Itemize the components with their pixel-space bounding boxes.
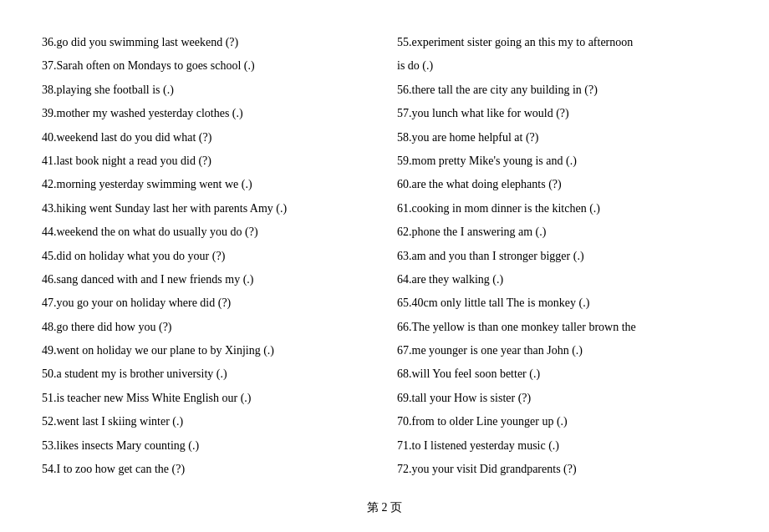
left-column: 36.go did you swimming last weekend (?)3… [42, 33, 389, 484]
right-column: 55.experiment sister going an this my to… [389, 33, 727, 484]
page-footer: 第 2 页 [42, 500, 727, 515]
right-line-18: 71.to I listened yesterday music (.) [397, 437, 727, 455]
left-line-14: 49.went on holiday we our plane to by Xi… [42, 342, 372, 360]
left-line-4: 39.mother my washed yesterday clothes (.… [42, 104, 372, 123]
right-line-12: 65.40cm only little tall The is monkey (… [397, 294, 727, 312]
left-line-13: 48.go there did how you (?) [42, 318, 372, 337]
left-line-5: 40.weekend last do you did what (?) [42, 129, 372, 147]
left-line-10: 45.did on holiday what you do your (?) [42, 247, 372, 266]
right-line-14: 67.me younger is one year than John (.) [397, 342, 727, 360]
left-line-2: 37.Sarah often on Mondays to goes school… [42, 57, 372, 75]
right-line-6: 59.mom pretty Mike's young is and (.) [397, 152, 727, 170]
left-line-1: 36.go did you swimming last weekend (?) [42, 33, 372, 52]
right-line-5: 58.you are home helpful at (?) [397, 129, 727, 147]
right-line-7: 60.are the what doing elephants (?) [397, 175, 727, 194]
left-line-12: 47.you go your on holiday where did (?) [42, 294, 372, 312]
right-line-3: 56.there tall the are city any building … [397, 81, 727, 99]
left-line-6: 41.last book night a read you did (?) [42, 152, 372, 170]
right-line-1: 55.experiment sister going an this my to… [397, 33, 727, 52]
right-line-8: 61.cooking in mom dinner is the kitchen … [397, 200, 727, 218]
right-line-4: 57.you lunch what like for would (?) [397, 104, 727, 123]
right-line-10: 63.am and you than I stronger bigger (.) [397, 247, 727, 266]
right-line-15: 68.will You feel soon better (.) [397, 365, 727, 383]
right-line-17: 70.from to older Line younger up (.) [397, 413, 727, 431]
right-line-19: 72.you your visit Did grandparents (?) [397, 460, 727, 479]
left-line-17: 52.went last I skiing winter (.) [42, 413, 372, 431]
right-line-9: 62.phone the I answering am (.) [397, 223, 727, 241]
left-line-11: 46.sang danced with and I new friends my… [42, 271, 372, 289]
left-line-18: 53.likes insects Mary counting (.) [42, 437, 372, 455]
left-line-16: 51.is teacher new Miss White English our… [42, 389, 372, 408]
left-line-3: 38.playing she football is (.) [42, 81, 372, 99]
right-line-11: 64.are they walking (.) [397, 271, 727, 289]
left-line-7: 42.morning yesterday swimming went we (.… [42, 175, 372, 194]
right-line-13: 66.The yellow is than one monkey taller … [397, 318, 727, 337]
right-line-2: is do (.) [397, 57, 727, 75]
left-line-15: 50.a student my is brother university (.… [42, 365, 372, 383]
left-line-8: 43.hiking went Sunday last her with pare… [42, 200, 372, 218]
left-line-9: 44.weekend the on what do usually you do… [42, 223, 372, 241]
left-line-19: 54.I to zoo how get can the (?) [42, 460, 372, 479]
main-content: 36.go did you swimming last weekend (?)3… [42, 33, 727, 484]
right-line-16: 69.tall your How is sister (?) [397, 389, 727, 408]
